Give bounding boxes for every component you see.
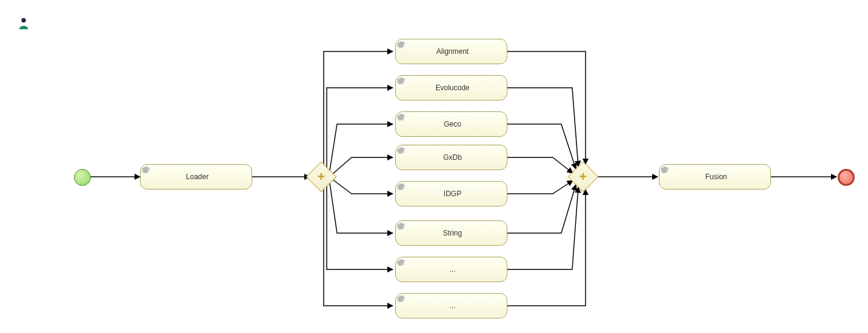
parallel-gateway-merge[interactable]: + [572, 166, 594, 188]
plus-icon: + [572, 166, 594, 188]
parallel-gateway-split[interactable]: + [310, 166, 332, 188]
task-geco[interactable]: Geco [395, 111, 507, 137]
gear-icon [145, 171, 156, 182]
task-evolucode[interactable]: Evolucode [395, 75, 507, 101]
task-label: IDGP [412, 190, 507, 198]
svg-point-4 [21, 18, 25, 22]
gear-icon [401, 228, 412, 239]
task-label: GxDb [412, 153, 507, 162]
gear-icon [401, 264, 412, 275]
gear-icon [401, 300, 412, 311]
gear-icon [401, 188, 412, 199]
task-idgp[interactable]: IDGP [395, 181, 507, 206]
task-gxdb[interactable]: GxDb [395, 145, 507, 170]
gear-icon [664, 171, 675, 182]
actor-icon [17, 17, 30, 30]
task-label: ... [412, 265, 507, 274]
task-loader[interactable]: Loader [140, 164, 252, 190]
plus-icon: + [310, 166, 332, 188]
gear-icon [401, 152, 412, 163]
task-label: Alignment [412, 47, 507, 56]
task-label: Loader [156, 173, 252, 181]
gear-icon [401, 46, 412, 57]
task-placeholder-1[interactable]: ... [395, 257, 507, 282]
task-label: Evolucode [412, 84, 507, 92]
gear-icon [401, 119, 412, 130]
start-event[interactable] [74, 169, 91, 186]
task-label: Geco [412, 120, 507, 128]
task-label: Fusion [675, 173, 770, 181]
end-event[interactable] [838, 169, 855, 186]
task-label: String [412, 229, 507, 237]
task-placeholder-2[interactable]: ... [395, 293, 507, 318]
task-string[interactable]: String [395, 220, 507, 246]
task-fusion[interactable]: Fusion [659, 164, 771, 190]
task-label: ... [412, 302, 507, 310]
gear-icon [401, 82, 412, 93]
task-alignment[interactable]: Alignment [395, 39, 507, 64]
